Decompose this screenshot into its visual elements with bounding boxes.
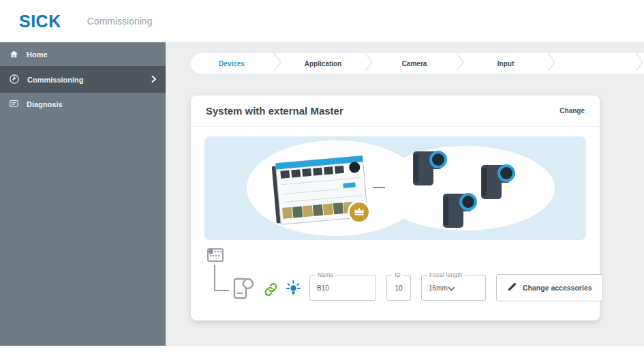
step-input[interactable]: Input [465,60,547,68]
connection-dash [373,187,385,188]
chevron-right-icon [151,75,157,85]
sidebar-item-commissioning[interactable]: Commissioning [0,66,166,93]
sidebar: Home Commissioning [0,42,166,346]
step-camera[interactable]: Camera [373,60,455,68]
step-chevron-icon [455,52,465,75]
stepper: Devices Application Camera Input [191,53,644,74]
step-application[interactable]: Application [282,60,364,68]
card-header: System with external Master Change [191,95,600,127]
app-title: Commissioning [87,16,153,27]
id-field[interactable]: ID [386,275,411,301]
app-header: SICK Commissioning [0,0,644,42]
focal-length-value: 16mm [429,284,448,292]
id-input[interactable] [387,275,410,300]
sidebar-item-diagnosis[interactable]: Diagnosis [0,93,166,116]
master-badge [348,200,371,224]
name-field[interactable]: Name [309,275,376,301]
tree-connector-line [214,265,229,291]
system-illustration [204,136,586,240]
home-icon [9,49,19,61]
change-button[interactable]: Change [559,107,585,115]
camera-settings-form: Name ID Focal length 16mm [309,274,603,301]
sick-logo: SICK [19,12,61,31]
change-accessories-button[interactable]: Change accessories [496,274,603,301]
camera-device-icon[interactable] [232,275,255,303]
sidebar-item-label: Home [27,50,48,59]
lamp-icon [285,280,302,299]
name-input[interactable] [310,275,375,300]
system-card: System with external Master Change [191,95,600,320]
sidebar-item-label: Commissioning [27,76,84,84]
focal-length-label: Focal length [427,271,465,278]
page: SICK Commissioning Home Commissioning [0,0,644,346]
diagnosis-icon [9,99,19,110]
change-accessories-label: Change accessories [523,284,592,292]
device-tree: Name ID Focal length 16mm [206,245,585,314]
step-chevron-icon [364,52,373,75]
chevron-down-icon [448,282,455,294]
camera-devices-image [401,147,544,233]
step-chevron-icon [634,52,644,75]
card-title: System with external Master [206,105,343,117]
sidebar-item-home[interactable]: Home [0,43,166,66]
focal-length-select[interactable]: Focal length 16mm [421,275,486,301]
name-field-label: Name [316,271,335,278]
pencil-icon [507,282,517,293]
sidebar-item-label: Diagnosis [27,100,63,108]
step-chevron-icon [273,52,282,75]
step-chevron-icon [547,52,556,75]
main-content: Devices Application Camera Input System … [166,42,644,346]
id-field-label: ID [393,271,403,278]
crown-icon [354,206,365,218]
link-icon [263,282,279,300]
step-devices[interactable]: Devices [191,60,273,68]
commissioning-icon [9,74,20,86]
